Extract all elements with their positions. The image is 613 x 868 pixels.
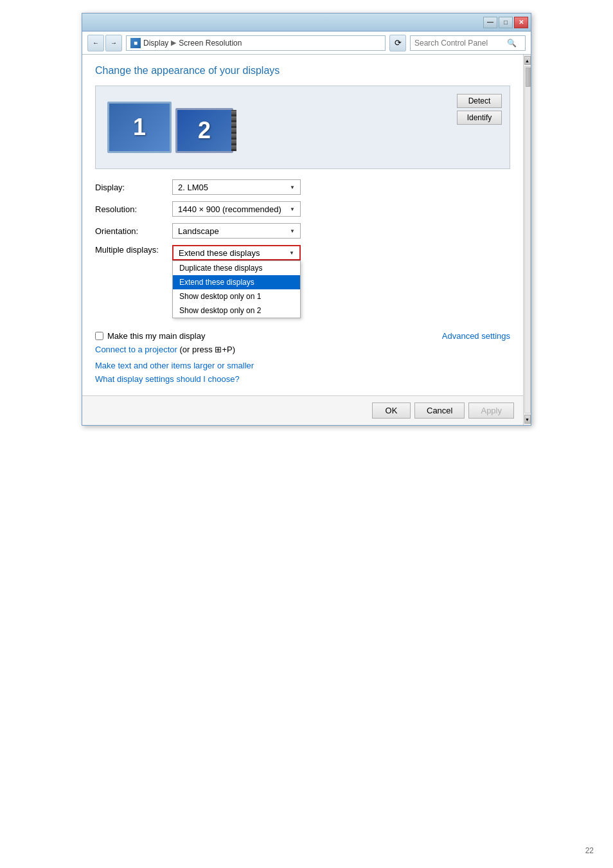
make-main-display-label: Make this my main display [107, 331, 205, 341]
forward-button[interactable]: → [105, 35, 122, 51]
title-bar: — □ ✕ [82, 14, 531, 32]
page-number: 22 [585, 846, 594, 855]
minimize-button[interactable]: — [483, 17, 497, 28]
connect-projector-link[interactable]: Connect to a projector [95, 345, 177, 354]
display-settings-help-row: What display settings should I choose? [95, 374, 510, 384]
advanced-settings-link[interactable]: Advanced settings [442, 331, 510, 341]
search-box: 🔍 [410, 35, 526, 51]
connect-projector-suffix: (or press ⊞+P) [177, 345, 235, 354]
cancel-button[interactable]: Cancel [414, 402, 465, 419]
resolution-dropdown[interactable]: 1440 × 900 (recommended) ▼ [172, 201, 301, 217]
detect-button[interactable]: Detect [457, 94, 502, 108]
screen-resolution-window: — □ ✕ ← → ■ Display ▶ Screen Resolution … [82, 13, 531, 426]
connect-projector-row: Connect to a projector (or press ⊞+P) [95, 345, 510, 354]
menu-item-desktop-only-1[interactable]: Show desktop only on 1 [173, 289, 300, 303]
scroll-track[interactable] [524, 66, 531, 413]
ok-button[interactable]: OK [372, 402, 411, 419]
multiple-displays-label: Multiple displays: [95, 245, 172, 255]
scroll-up-arrow[interactable]: ▲ [524, 56, 531, 65]
orientation-label: Orientation: [95, 226, 172, 236]
orientation-control: Landscape ▼ [172, 223, 510, 239]
orientation-dropdown-arrow: ▼ [290, 228, 295, 234]
make-text-larger-link[interactable]: Make text and other items larger or smal… [95, 361, 254, 370]
nav-buttons: ← → [87, 35, 122, 51]
identify-button[interactable]: Identify [457, 111, 502, 125]
main-content-area: Change the appearance of your displays 1… [82, 55, 531, 425]
back-button[interactable]: ← [87, 35, 104, 51]
multiple-displays-menu: Duplicate these displays Extend these di… [172, 260, 301, 318]
monitor-2-side-pattern [231, 110, 236, 151]
resolution-row: Resolution: 1440 × 900 (recommended) ▼ [95, 201, 510, 217]
orientation-row: Orientation: Landscape ▼ [95, 223, 510, 239]
content-area: Change the appearance of your displays 1… [82, 55, 523, 395]
resolution-value: 1440 × 900 (recommended) [178, 204, 281, 214]
resolution-control: 1440 × 900 (recommended) ▼ [172, 201, 510, 217]
monitor-2-number: 2 [198, 117, 211, 144]
scroll-down-arrow[interactable]: ▼ [524, 415, 531, 424]
multiple-displays-control: Extend these displays ▼ Duplicate these … [172, 245, 510, 260]
refresh-button[interactable]: ⟳ [389, 35, 406, 51]
scrollbar[interactable]: ▲ ▼ [523, 55, 531, 425]
breadcrumb: ■ Display ▶ Screen Resolution [126, 35, 386, 51]
monitor-container: 1 2 [102, 96, 238, 158]
menu-item-duplicate[interactable]: Duplicate these displays [173, 261, 300, 275]
breadcrumb-display[interactable]: Display [143, 39, 168, 48]
multiple-displays-row: Multiple displays: Extend these displays… [95, 245, 510, 260]
make-main-display-checkbox[interactable] [95, 332, 103, 340]
main-content-inner: Change the appearance of your displays 1… [82, 55, 523, 425]
maximize-button[interactable]: □ [499, 17, 513, 28]
display-control: 2. LM05 ▼ [172, 179, 510, 195]
address-bar: ← → ■ Display ▶ Screen Resolution ⟳ 🔍 [82, 32, 531, 55]
bottom-bar: OK Cancel Apply [82, 395, 523, 425]
display-preview: 1 2 Detect Identify [95, 86, 510, 169]
make-main-display-row: Make this my main display Advanced setti… [95, 331, 510, 341]
search-input[interactable] [414, 39, 504, 48]
resolution-dropdown-arrow: ▼ [290, 206, 295, 212]
orientation-dropdown[interactable]: Landscape ▼ [172, 223, 301, 239]
multiple-displays-value: Extend these displays [179, 248, 260, 258]
display-settings-help-link[interactable]: What display settings should I choose? [95, 374, 240, 384]
close-button[interactable]: ✕ [514, 17, 528, 28]
multiple-displays-dropdown-container: Extend these displays ▼ Duplicate these … [172, 245, 301, 260]
monitor-1-number: 1 [133, 114, 146, 141]
monitor-2[interactable]: 2 [175, 108, 233, 153]
resolution-label: Resolution: [95, 204, 172, 214]
breadcrumb-separator-1: ▶ [171, 39, 176, 47]
menu-item-desktop-only-2[interactable]: Show desktop only on 2 [173, 303, 300, 318]
display-dropdown[interactable]: 2. LM05 ▼ [172, 179, 301, 195]
monitor-1[interactable]: 1 [107, 102, 172, 153]
control-panel-icon: ■ [130, 38, 141, 48]
menu-item-extend[interactable]: Extend these displays [173, 275, 300, 289]
search-icon[interactable]: 🔍 [507, 39, 517, 48]
make-text-larger-row: Make text and other items larger or smal… [95, 361, 510, 370]
display-label: Display: [95, 183, 172, 192]
orientation-value: Landscape [178, 226, 219, 236]
detect-identify-buttons: Detect Identify [457, 94, 502, 125]
display-value: 2. LM05 [178, 183, 208, 192]
scroll-thumb[interactable] [526, 68, 531, 87]
display-row: Display: 2. LM05 ▼ [95, 179, 510, 195]
title-bar-controls: — □ ✕ [483, 17, 528, 28]
display-dropdown-arrow: ▼ [290, 185, 295, 190]
breadcrumb-screen-resolution[interactable]: Screen Resolution [179, 39, 242, 48]
page-heading: Change the appearance of your displays [95, 65, 510, 77]
apply-button[interactable]: Apply [468, 402, 514, 419]
multiple-displays-dropdown[interactable]: Extend these displays ▼ [172, 245, 301, 260]
multiple-displays-arrow: ▼ [289, 250, 294, 256]
